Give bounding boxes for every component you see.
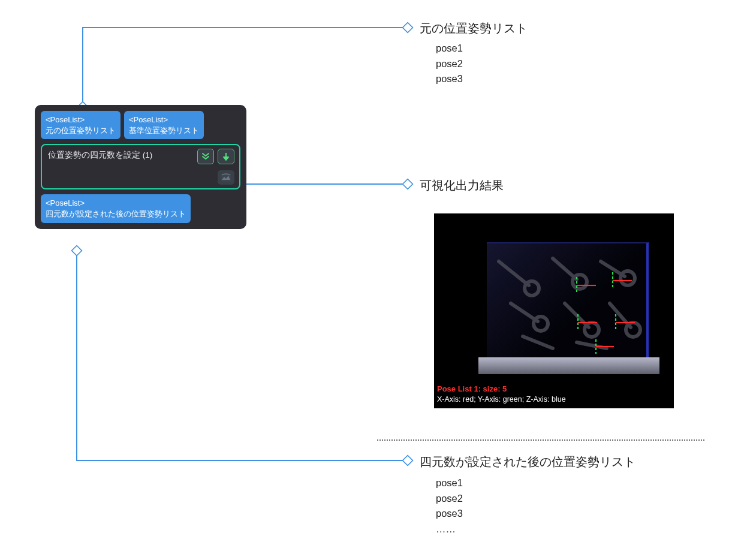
list-item: pose3 bbox=[436, 506, 463, 522]
output-port[interactable]: <PoseList> 四元数が設定された後の位置姿勢リスト bbox=[41, 194, 191, 223]
visualization-panel: Pose List 1: size: 5 X-Axis: red; Y-Axis… bbox=[434, 213, 674, 408]
svg-rect-2 bbox=[403, 179, 413, 189]
svg-point-10 bbox=[585, 323, 599, 337]
port-type-label: <PoseList> bbox=[129, 115, 199, 125]
image-preview-icon bbox=[221, 173, 231, 182]
svg-point-11 bbox=[626, 323, 640, 337]
viz-platform bbox=[478, 357, 659, 374]
list-item: pose3 bbox=[436, 71, 463, 87]
input-ports-row: <PoseList> 元の位置姿勢リスト <PoseList> 基準位置姿勢リス… bbox=[41, 111, 240, 139]
port-type-label: <PoseList> bbox=[46, 115, 116, 125]
step-body[interactable]: 位置姿勢の四元数を設定 (1) bbox=[41, 144, 240, 189]
viz-scene bbox=[487, 242, 649, 357]
callout-original-list: pose1 pose2 pose3 bbox=[436, 41, 463, 87]
viz-pose-info: Pose List 1: size: 5 bbox=[437, 384, 507, 393]
list-item: …… bbox=[436, 522, 463, 537]
expand-button[interactable] bbox=[197, 149, 214, 164]
input-port-original[interactable]: <PoseList> 元の位置姿勢リスト bbox=[41, 111, 121, 139]
port-label: 元の位置姿勢リスト bbox=[46, 125, 116, 136]
visualize-button[interactable] bbox=[218, 170, 234, 185]
svg-rect-3 bbox=[72, 246, 82, 256]
run-button[interactable] bbox=[218, 149, 234, 164]
viz-axis-info: X-Axis: red; Y-Axis: green; Z-Axis: blue bbox=[437, 395, 566, 404]
list-item: pose1 bbox=[436, 475, 463, 491]
list-item: pose2 bbox=[436, 56, 463, 72]
svg-rect-4 bbox=[403, 456, 413, 466]
list-item: pose1 bbox=[436, 41, 463, 56]
callout-output-title: 四元数が設定された後の位置姿勢リスト bbox=[420, 454, 635, 470]
callout-visual-title: 可視化出力結果 bbox=[420, 177, 504, 194]
divider bbox=[377, 439, 704, 441]
callout-output-list: pose1 pose2 pose3 …… bbox=[436, 475, 463, 537]
double-chevron-down-icon bbox=[201, 152, 210, 161]
step-node-panel: <PoseList> 元の位置姿勢リスト <PoseList> 基準位置姿勢リス… bbox=[35, 105, 246, 229]
arrow-down-icon bbox=[222, 152, 230, 161]
svg-point-7 bbox=[573, 275, 587, 289]
input-port-reference[interactable]: <PoseList> 基準位置姿勢リスト bbox=[124, 111, 204, 139]
list-item: pose2 bbox=[436, 491, 463, 507]
svg-rect-1 bbox=[403, 23, 413, 33]
svg-point-8 bbox=[620, 271, 635, 285]
port-label: 四元数が設定された後の位置姿勢リスト bbox=[46, 209, 186, 219]
callout-original-title: 元の位置姿勢リスト bbox=[420, 20, 528, 37]
port-label: 基準位置姿勢リスト bbox=[129, 125, 199, 136]
viz-objects-icon bbox=[487, 243, 649, 359]
step-action-buttons bbox=[197, 149, 234, 164]
port-type-label: <PoseList> bbox=[46, 198, 186, 209]
svg-point-6 bbox=[525, 281, 539, 296]
svg-point-9 bbox=[534, 317, 548, 331]
